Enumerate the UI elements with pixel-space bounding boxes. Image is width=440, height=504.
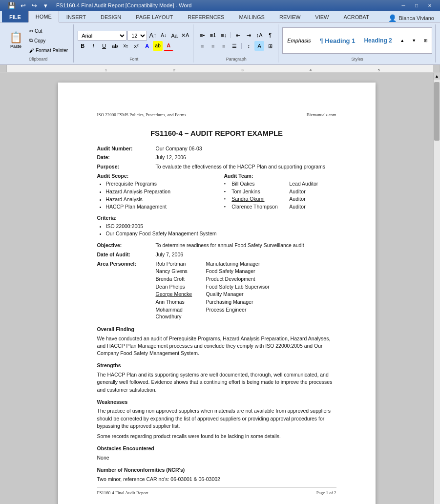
strikethrough-button[interactable]: ab xyxy=(110,41,120,51)
ruler: 1 2 3 4 5 xyxy=(0,65,440,73)
styles-more[interactable]: ⊞ xyxy=(421,36,431,45)
redo-button[interactable]: ↪ xyxy=(29,0,39,10)
tab-page-layout[interactable]: PAGE LAYOUT xyxy=(128,11,180,22)
style-heading1[interactable]: ¶ Heading 1 xyxy=(316,30,358,51)
sort-button[interactable]: ↕A xyxy=(254,30,264,40)
text-effects-button[interactable]: A xyxy=(142,41,152,51)
highlight-button[interactable]: ab xyxy=(153,41,163,51)
window-controls: ─ □ ✕ xyxy=(397,0,436,11)
date-of-audit-value: July 7, 2006 xyxy=(156,251,184,258)
tab-references[interactable]: REFERENCES xyxy=(180,11,231,22)
styles-scroll-up[interactable]: ▲ xyxy=(398,36,407,45)
change-case-button[interactable]: Aa xyxy=(169,31,179,41)
align-center-button[interactable]: ≡ xyxy=(208,41,218,51)
decrease-indent-button[interactable]: ⇤ xyxy=(233,30,243,40)
header-left: ISO 22000 FSMS Policies, Procedures, and… xyxy=(97,112,187,118)
page-header: ISO 22000 FSMS Policies, Procedures, and… xyxy=(97,112,336,118)
list-item: Hazard Analysis Preparation xyxy=(106,188,210,195)
line-spacing-button[interactable]: ↕ xyxy=(244,41,253,51)
purpose-value: To evaluate the effectiveness of the HAC… xyxy=(156,163,325,170)
style-heading2[interactable]: Heading 2 xyxy=(360,30,395,51)
show-formatting-button[interactable]: ¶ xyxy=(265,30,275,40)
tab-insert[interactable]: INSERT xyxy=(59,11,93,22)
weaknesses-heading: Weaknesses xyxy=(97,399,336,406)
minimize-button[interactable]: ─ xyxy=(397,0,410,11)
superscript-button[interactable]: x² xyxy=(131,41,141,51)
date-of-audit-label: Date of Audit: xyxy=(97,251,156,258)
undo-button[interactable]: ↩ xyxy=(18,0,28,10)
bold-button[interactable]: B xyxy=(78,41,87,51)
cut-button[interactable]: ✂Cut xyxy=(27,26,70,35)
audit-number-label: Audit Number: xyxy=(97,145,156,152)
purpose-label: Purpose: xyxy=(97,163,156,170)
objective-row: Objective: To determine readiness for an… xyxy=(97,242,336,249)
font-color-button[interactable]: A xyxy=(164,41,173,51)
clear-format-button[interactable]: ✕A xyxy=(180,31,190,41)
scroll-up-arrow[interactable]: ▲ xyxy=(434,73,440,80)
personnel-list: Rob Portman Manufacturing Manager Nancy … xyxy=(156,260,270,321)
tab-design[interactable]: DESIGN xyxy=(93,11,128,22)
tab-review[interactable]: REVIEW xyxy=(272,11,308,22)
clipboard-group: 📋 Paste ✂Cut ⧉Copy 🖌Format Painter Clipb… xyxy=(3,24,74,63)
obstacles-heading: Obstacles Encountered xyxy=(97,445,336,452)
underline-button[interactable]: U xyxy=(99,41,109,51)
scroll-track[interactable] xyxy=(434,80,440,504)
close-button[interactable]: ✕ xyxy=(423,0,436,11)
styles-scroll-down[interactable]: ▼ xyxy=(409,36,419,45)
justify-button[interactable]: ☰ xyxy=(230,41,239,51)
audit-number-value: Our Company 06-03 xyxy=(156,145,202,152)
italic-button[interactable]: I xyxy=(88,41,98,51)
audit-team-label: Audit Team: xyxy=(224,172,336,180)
page-footer: FS1160-4 Final Audit Report Page 1 of 2 xyxy=(97,487,336,496)
format-painter-button[interactable]: 🖌Format Painter xyxy=(27,46,70,55)
obstacles-text: None xyxy=(97,454,336,462)
tab-acrobat[interactable]: ACROBAT xyxy=(336,11,376,22)
ruler-marks: 1 2 3 4 5 xyxy=(7,65,433,72)
borders-button[interactable]: ⊞ xyxy=(265,41,275,51)
weaknesses-text1: The practice of using non approved suppl… xyxy=(97,407,336,430)
maximize-button[interactable]: □ xyxy=(410,0,423,11)
qat-more-button[interactable]: ▾ xyxy=(41,0,50,10)
tab-view[interactable]: VIEW xyxy=(308,11,336,22)
team-member-1: • Bill Oakes Lead Auditor xyxy=(224,180,336,188)
tab-home[interactable]: HOME xyxy=(28,11,59,22)
strengths-heading: Strengths xyxy=(97,362,336,369)
multilevel-list-button[interactable]: ≡↓ xyxy=(219,30,229,40)
audit-scope-col: Audit Scope: Prerequisite Programs Hazar… xyxy=(97,172,210,212)
grow-font-button[interactable]: A↑ xyxy=(148,31,158,41)
vertical-scrollbar[interactable]: ▲ ▼ xyxy=(433,73,440,504)
shrink-font-button[interactable]: A↓ xyxy=(159,31,168,41)
criteria-list: ISO 22000:2005 Our Company Food Safety M… xyxy=(97,223,336,238)
objective-label: Objective: xyxy=(97,242,156,249)
copy-button[interactable]: ⧉Copy xyxy=(27,36,70,45)
align-right-button[interactable]: ≡ xyxy=(219,41,229,51)
ruler-main: 1 2 3 4 5 xyxy=(7,65,433,72)
font-size-select[interactable]: 12 xyxy=(127,31,147,41)
date-of-audit-row: Date of Audit: July 7, 2006 xyxy=(97,251,336,258)
ribbon-body: 📋 Paste ✂Cut ⧉Copy 🖌Format Painter Clipb… xyxy=(0,22,440,64)
audit-team-list: • Bill Oakes Lead Auditor • Tom Jenkins … xyxy=(224,180,336,210)
tab-file[interactable]: FILE xyxy=(2,11,28,22)
list-item: Prerequisite Programs xyxy=(106,180,210,188)
style-emphasis[interactable]: Emphasis xyxy=(284,30,314,51)
paste-button[interactable]: 📋 Paste xyxy=(6,28,26,53)
increase-indent-button[interactable]: ⇥ xyxy=(244,30,253,40)
subscript-button[interactable]: x₂ xyxy=(121,41,130,51)
font-name-select[interactable]: Arial xyxy=(78,31,126,41)
date-label: Date: xyxy=(97,154,156,161)
date-value: July 12, 2006 xyxy=(156,154,186,161)
strengths-text: The HACCP Plan and its supporting system… xyxy=(97,371,336,394)
align-left-button[interactable]: ≡ xyxy=(197,41,207,51)
window-title: FS1160-4 Final Audit Report [Compatibili… xyxy=(56,2,191,8)
save-button[interactable]: 💾 xyxy=(7,0,17,10)
shading-button[interactable]: A xyxy=(254,41,264,51)
audit-scope-list: Prerequisite Programs Hazard Analysis Pr… xyxy=(97,180,210,210)
bullets-button[interactable]: ≡• xyxy=(197,30,207,40)
list-item: HACCP Plan Management xyxy=(106,203,210,210)
scroll-thumb[interactable] xyxy=(434,82,440,141)
tab-mailings[interactable]: MAILINGS xyxy=(231,11,272,22)
numbering-button[interactable]: ≡1 xyxy=(208,30,218,40)
document-scroll[interactable]: ISO 22000 FSMS Policies, Procedures, and… xyxy=(0,73,433,504)
document-page: ISO 22000 FSMS Policies, Procedures, and… xyxy=(58,83,376,504)
footer-right: Page 1 of 2 xyxy=(316,490,336,496)
